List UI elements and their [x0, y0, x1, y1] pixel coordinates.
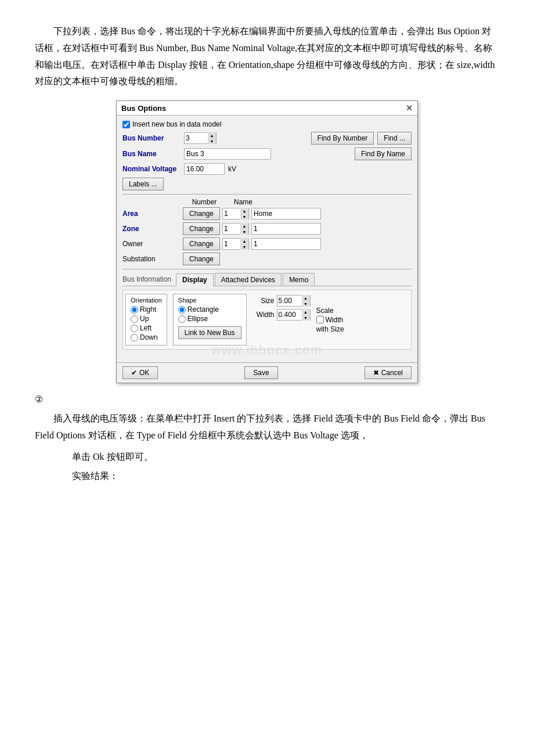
save-button[interactable]: Save — [244, 366, 277, 379]
zone-number-spinner[interactable]: ▲ ▼ — [222, 223, 249, 235]
orientation-group: Orientation Right Up Left — [125, 294, 167, 345]
area-change-button[interactable]: Change — [183, 207, 220, 220]
radio-rectangle[interactable] — [178, 306, 186, 314]
width-input[interactable] — [277, 309, 302, 320]
owner-number-spinner[interactable]: ▲ ▼ — [222, 238, 249, 250]
insert-checkbox-label: Insert new bus in data model — [132, 120, 221, 128]
width-down[interactable]: ▼ — [302, 315, 310, 321]
divider-1 — [122, 194, 412, 195]
table-header: Number Name — [122, 198, 412, 206]
area-number-down[interactable]: ▼ — [240, 214, 248, 219]
save-label: Save — [253, 369, 269, 377]
tab-memo[interactable]: Memo — [283, 273, 315, 286]
ok-button[interactable]: ✔ OK — [122, 366, 158, 379]
ok-label: OK — [139, 369, 149, 377]
radio-right-label: Right — [140, 305, 156, 314]
labels-button[interactable]: Labels ... — [122, 178, 164, 190]
bus-number-input[interactable] — [185, 133, 208, 143]
width-row: Width ▲ ▼ — [252, 309, 311, 321]
size-down[interactable]: ▼ — [302, 301, 310, 307]
bus-info-label: Bus Information — [122, 275, 171, 283]
zone-number-down[interactable]: ▼ — [240, 229, 248, 235]
size-input[interactable] — [277, 296, 302, 306]
tab-display[interactable]: Display — [176, 273, 214, 286]
bus-number-spinner[interactable]: ▲ ▼ — [184, 132, 217, 144]
scale-section: Scale Width with Size — [316, 294, 344, 345]
radio-left-label: Left — [140, 324, 151, 332]
radio-left[interactable] — [131, 325, 138, 332]
shape-title: Shape — [178, 297, 241, 304]
radio-down[interactable] — [131, 334, 138, 341]
close-icon[interactable]: ✕ — [406, 103, 413, 113]
size-row: Size ▲ ▼ — [252, 295, 311, 307]
zone-number-up[interactable]: ▲ — [240, 223, 248, 229]
scale-label-row: Scale — [316, 307, 344, 315]
find-button[interactable]: Find ... — [377, 132, 412, 145]
paragraph-2: 插入母线的电压等级：在菜单栏中打开 Insert 的下拉列表，选择 Field … — [35, 411, 499, 444]
bus-name-label: Bus Name — [122, 150, 181, 158]
result-text: 实验结果： — [72, 468, 499, 485]
tab-attached-devices[interactable]: Attached Devices — [215, 273, 282, 286]
width-up[interactable]: ▲ — [302, 309, 310, 315]
radio-up-label: Up — [140, 315, 149, 323]
owner-name-input[interactable] — [251, 238, 321, 250]
paragraph-1: 下拉列表，选择 Bus 命令，将出现的十字光标在编辑界面中所要插入母线的位置单击… — [35, 23, 499, 90]
radio-down-label: Down — [140, 333, 158, 341]
radio-up-row: Up — [131, 315, 162, 323]
bus-number-down[interactable]: ▼ — [208, 138, 216, 144]
area-row: Area Change ▲ ▼ — [122, 207, 412, 220]
area-number-up[interactable]: ▲ — [240, 208, 248, 214]
dialog-body: Insert new bus in data model Bus Number … — [117, 116, 417, 362]
display-panel: Orientation Right Up Left — [122, 290, 412, 350]
nominal-voltage-row: Nominal Voltage kV — [122, 163, 412, 175]
bus-name-input[interactable] — [184, 148, 271, 160]
zone-change-button[interactable]: Change — [183, 222, 220, 235]
dialog-titlebar: Bus Options ✕ — [117, 101, 417, 116]
substation-change-button[interactable]: Change — [183, 253, 220, 265]
circle-number: ② — [35, 394, 499, 405]
scale-width-checkbox[interactable] — [316, 316, 324, 323]
area-number-input[interactable] — [223, 208, 240, 219]
radio-rectangle-label: Rectangle — [187, 305, 219, 314]
nominal-voltage-input[interactable] — [184, 163, 225, 175]
divider-2 — [122, 269, 412, 269]
radio-right[interactable] — [131, 306, 138, 314]
owner-number-down[interactable]: ▼ — [240, 244, 248, 250]
radio-ellipse[interactable] — [178, 315, 186, 323]
substation-row: Substation Change — [122, 253, 412, 265]
cancel-button[interactable]: ✖ Cancel — [365, 366, 412, 379]
owner-change-button[interactable]: Change — [183, 237, 220, 250]
size-spinner[interactable]: ▲ ▼ — [277, 295, 311, 307]
owner-number-up[interactable]: ▲ — [240, 238, 248, 244]
zone-name-input[interactable] — [251, 223, 321, 235]
bus-info-tabs-row: Bus Information Display Attached Devices… — [122, 273, 412, 286]
scale-with-size-row: with Size — [316, 325, 344, 333]
width-spinner[interactable]: ▲ ▼ — [277, 309, 311, 321]
insert-checkbox-row: Insert new bus in data model — [122, 120, 412, 128]
link-new-bus-button[interactable]: Link to New Bus — [178, 326, 241, 339]
find-by-number-button[interactable]: Find By Number — [311, 132, 374, 145]
owner-number-input[interactable] — [223, 239, 240, 249]
labels-row: Labels ... — [122, 178, 412, 190]
area-number-spinner[interactable]: ▲ ▼ — [222, 208, 249, 219]
size-label: Size — [252, 297, 275, 305]
radio-ellipse-label: Ellipse — [187, 315, 208, 323]
bus-name-row: Bus Name Find By Name — [122, 147, 412, 160]
size-section: Size ▲ ▼ Width — [252, 295, 311, 345]
size-up[interactable]: ▲ — [302, 295, 310, 301]
scale-width-label: Width — [326, 316, 344, 324]
scale-label: Scale — [316, 307, 334, 315]
radio-rectangle-row: Rectangle — [178, 305, 241, 314]
find-by-name-button[interactable]: Find By Name — [355, 147, 412, 160]
owner-row: Owner Change ▲ ▼ — [122, 237, 412, 250]
zone-number-input[interactable] — [223, 224, 240, 234]
nominal-voltage-unit: kV — [228, 165, 236, 173]
area-name-input[interactable] — [251, 208, 321, 219]
bus-number-label: Bus Number — [122, 134, 181, 142]
orientation-title: Orientation — [131, 297, 162, 304]
bus-number-up[interactable]: ▲ — [208, 132, 216, 138]
radio-down-row: Down — [131, 333, 162, 341]
radio-ellipse-row: Ellipse — [178, 315, 241, 323]
radio-up[interactable] — [131, 315, 138, 323]
insert-checkbox[interactable] — [122, 121, 130, 128]
